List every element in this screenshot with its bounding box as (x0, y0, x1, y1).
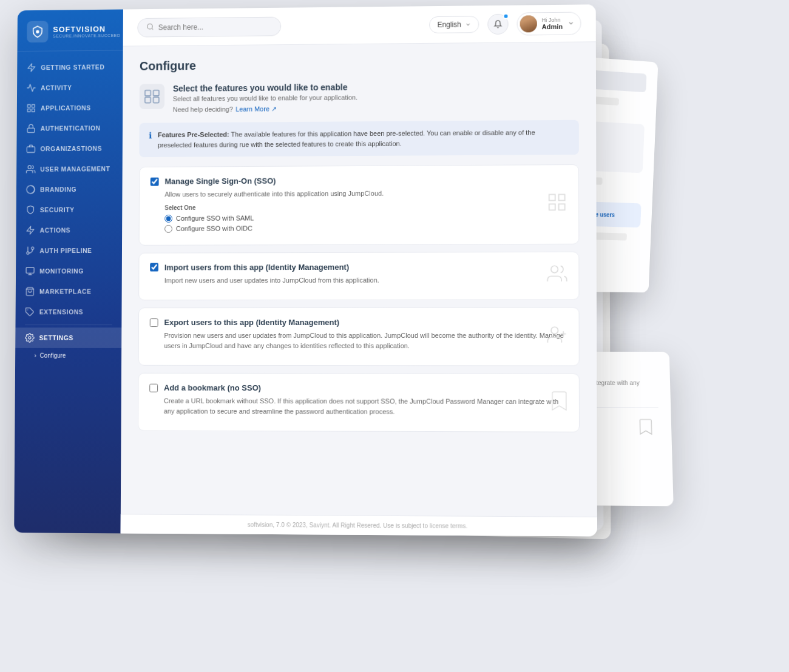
feature-heading: Select the features you would like to en… (173, 82, 357, 93)
svg-rect-26 (549, 195, 555, 201)
notification-badge (503, 13, 509, 19)
sidebar-item-extensions[interactable]: EXTENSIONS (16, 301, 122, 322)
sso-radio-oidc[interactable]: Configure SSO with OIDC (164, 223, 567, 232)
learn-more-text[interactable]: Learn More ↗ (235, 105, 277, 113)
nav-sublabel-configure: Configure (40, 352, 66, 359)
export-description: Provision new users and user updates fro… (164, 331, 567, 351)
search-box[interactable] (137, 16, 281, 37)
feature-header-text: Select the features you would like to en… (173, 82, 357, 115)
feature-card-import-header: Import users from this app (Identity Man… (150, 261, 567, 272)
svg-rect-25 (154, 97, 159, 102)
nav-label-user-management: USER MANAGEMENT (40, 165, 110, 172)
import-description: Import new users and user updates into J… (164, 275, 567, 286)
bookmark-checkbox[interactable] (149, 383, 158, 392)
sidebar-item-organizations[interactable]: ORGANIZASTIONS (16, 138, 123, 160)
sidebar-item-marketplace[interactable]: MARKETPLACE (16, 281, 122, 302)
export-card-icon (547, 324, 568, 349)
search-icon (146, 22, 154, 32)
user-role: Admin (542, 22, 563, 30)
bookmark-title: Add a bookmark (no SSO) (164, 383, 261, 392)
bookmark-card-icon (550, 391, 568, 415)
svg-line-21 (152, 28, 153, 29)
sidebar-item-authentication[interactable]: AUTHENTICATION (17, 118, 123, 139)
logo-tagline: SECURE.INNOVATE.SUCCEED (53, 33, 120, 38)
export-checkbox[interactable] (150, 318, 158, 327)
export-title: Export users to this app (Identity Manag… (164, 318, 339, 327)
feature-header-icon (140, 84, 165, 109)
sidebar-item-branding[interactable]: BRANDING (16, 179, 123, 200)
import-checkbox[interactable] (150, 263, 158, 272)
sidebar-subitem-configure[interactable]: › Configure (15, 348, 121, 363)
nav-label-extensions: EXTENSIONS (39, 308, 83, 315)
page-body: Configure Select the features you would … (121, 42, 597, 517)
sidebar-item-settings[interactable]: SETTINGS (15, 328, 121, 348)
svg-rect-22 (145, 90, 151, 96)
info-text: Features Pre-Selected: The available fea… (158, 127, 569, 150)
svg-point-9 (28, 166, 31, 169)
search-input[interactable] (158, 22, 273, 32)
feature-header: Select the features you would like to en… (140, 81, 579, 115)
logo-icon (27, 21, 48, 42)
scene: authority of the identity. Manage users … (0, 0, 789, 672)
feature-card-sso: Manage Single Sign-On (SSO) Allow users … (139, 164, 580, 245)
svg-rect-27 (559, 195, 565, 201)
feature-card-bookmark: Add a bookmark (no SSO) Create a URL boo… (138, 373, 580, 432)
feature-card-bookmark-header: Add a bookmark (no SSO) (149, 383, 567, 393)
sso-oidc-radio[interactable] (164, 224, 172, 232)
page-title: Configure (140, 56, 579, 73)
header-right: English (430, 12, 581, 36)
svg-rect-6 (32, 109, 35, 112)
user-greeting: Hi John (542, 16, 563, 22)
info-icon: ℹ (149, 130, 152, 140)
language-selector[interactable]: English (430, 16, 479, 33)
import-title: Import users from this app (Identity Man… (164, 262, 349, 272)
svg-point-31 (551, 327, 558, 334)
sso-description: Allow users to securely authenticate int… (164, 187, 567, 199)
sidebar-item-user-management[interactable]: USER MANAGEMENT (16, 158, 123, 180)
nav-label-monitoring: MONITORING (39, 267, 84, 275)
main-card: SOFTVISION SECURE.INNOVATE.SUCCEED GETTI… (14, 4, 597, 536)
svg-rect-24 (145, 97, 151, 102)
sidebar-item-security[interactable]: SECURITY (16, 200, 123, 220)
language-label: English (438, 20, 461, 29)
nav-label-branding: BRANDING (40, 186, 76, 193)
svg-rect-3 (27, 104, 30, 107)
info-banner: ℹ Features Pre-Selected: The available f… (139, 120, 579, 157)
sso-title: Manage Single Sign-On (SSO) (164, 176, 276, 186)
sidebar-item-auth-pipeline[interactable]: AUTH PIPELINE (16, 240, 122, 261)
nav-label-authentication: AUTHENTICATION (41, 124, 101, 132)
avatar-image (520, 15, 537, 32)
svg-rect-28 (549, 204, 555, 210)
nav-label-settings: SETTINGS (39, 334, 73, 341)
logo-name: SOFTVISION (53, 24, 120, 34)
sidebar-nav: GETTING STARTED ACTIVITY APPLICATIONS AU… (14, 50, 123, 533)
feature-card-export: Export users to this app (Identity Manag… (138, 307, 580, 366)
nav-label-activity: ACTIVITY (41, 84, 72, 91)
logo-area: SOFTVISION SECURE.INNOVATE.SUCCEED (18, 9, 123, 52)
sso-radio-saml[interactable]: Configure SSO with SAML (164, 213, 567, 223)
svg-rect-23 (154, 90, 159, 96)
sso-radio-label: Select One (164, 203, 567, 211)
svg-rect-4 (32, 104, 35, 107)
user-menu[interactable]: Hi John Admin (516, 12, 581, 35)
sidebar-item-activity[interactable]: ACTIVITY (17, 77, 123, 98)
sso-saml-radio[interactable] (164, 215, 172, 223)
avatar (520, 15, 537, 32)
sidebar-item-actions[interactable]: ACTIONS (16, 220, 122, 240)
nav-label-getting-started: GETTING STARTED (41, 63, 104, 71)
learn-more-link[interactable]: Need help deciding? Learn More ↗ (173, 101, 357, 114)
sso-radio-group: Select One Configure SSO with SAML Confi… (164, 203, 567, 232)
svg-rect-29 (559, 204, 565, 210)
sso-oidc-label: Configure SSO with OIDC (176, 224, 252, 232)
main-content: English (121, 4, 597, 536)
footer: softvision, 7.0 © 2023, Saviynt. All Rig… (121, 514, 597, 536)
logo-text: SOFTVISION SECURE.INNOVATE.SUCCEED (53, 24, 120, 38)
feature-card-export-header: Export users to this app (Identity Manag… (150, 318, 568, 327)
notification-button[interactable] (487, 13, 508, 34)
nav-label-actions: ACTIONS (40, 226, 70, 234)
help-text: Need help deciding? (173, 106, 233, 113)
sidebar-item-applications[interactable]: APPLICATIONS (17, 97, 123, 118)
sso-checkbox[interactable] (151, 177, 159, 186)
sidebar-item-getting-started[interactable]: GETTING STARTED (17, 56, 123, 78)
sidebar-item-monitoring[interactable]: MONITORING (16, 261, 122, 281)
